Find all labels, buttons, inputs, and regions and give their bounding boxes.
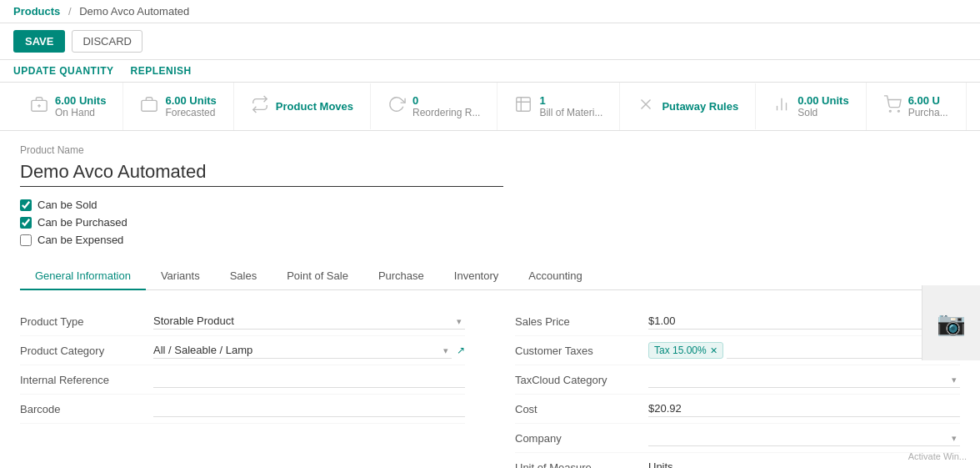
cost-label: Cost (515, 403, 648, 415)
purchased-value: 6.00 U (908, 94, 948, 107)
tax-badge-text: Tax 15.00% (654, 345, 707, 356)
breadcrumb-parent[interactable]: Products (13, 5, 60, 18)
company-select-wrapper (648, 430, 960, 446)
product-type-select-wrapper: Storable Product Consumable Service (153, 313, 465, 330)
company-row: Company (515, 424, 960, 453)
customer-taxes-row: Customer Taxes Tax 15.00% ✕ (515, 336, 960, 365)
stat-on-hand[interactable]: 6.00 Units On Hand (13, 83, 123, 130)
taxcloud-category-select[interactable] (648, 371, 960, 388)
taxcloud-category-row: TaxCloud Category (515, 365, 960, 395)
forecasted-icon (140, 95, 158, 118)
reordering-value: 0 (412, 94, 480, 107)
purchased-icon (883, 95, 902, 118)
can-be-sold-label: Can be Sold (38, 199, 98, 211)
breadcrumb-current: Demo Avco Automated (79, 5, 189, 18)
svg-point-9 (889, 110, 891, 112)
tab-sales[interactable]: Sales (215, 263, 272, 290)
tab-variants[interactable]: Variants (146, 263, 215, 290)
save-button[interactable]: SAVE (13, 30, 65, 53)
product-category-external-link[interactable]: ↗ (457, 345, 465, 356)
on-hand-icon (30, 95, 48, 118)
tab-general-information[interactable]: General Information (20, 263, 146, 290)
stat-bom[interactable]: 1 Bill of Materi... (498, 83, 620, 130)
tax-badge-remove[interactable]: ✕ (710, 345, 718, 356)
stats-bar: 6.00 Units On Hand 6.00 Units Forecasted… (0, 83, 980, 131)
sold-value: 0.00 Units (798, 94, 848, 107)
action-bar: SAVE DISCARD (0, 23, 980, 60)
can-be-sold-input[interactable] (20, 199, 32, 211)
sales-price-value[interactable] (648, 313, 960, 330)
product-flags: Can be Sold Can be Purchased Can be Expe… (20, 199, 960, 246)
cost-input[interactable] (648, 400, 960, 417)
taxcloud-category-label: TaxCloud Category (515, 374, 648, 386)
activate-windows-watermark: Activate Win... (908, 451, 967, 461)
can-be-expensed-input[interactable] (20, 234, 32, 246)
forecasted-value: 6.00 Units (165, 94, 216, 107)
discard-button[interactable]: DISCARD (72, 30, 142, 53)
unit-of-measure-label: Unit of Measure (515, 461, 648, 469)
company-label: Company (515, 432, 648, 445)
sold-icon (772, 95, 791, 118)
main-content: Product Name Can be Sold Can be Purchase… (0, 131, 980, 468)
stat-reordering[interactable]: 0 Reordering R... (371, 83, 498, 130)
update-quantity-button[interactable]: UPDATE QUANTITY (13, 65, 114, 77)
forecasted-label: Forecasted (165, 107, 216, 118)
barcode-input[interactable] (153, 400, 465, 417)
stat-sold[interactable]: 0.00 Units Sold (756, 83, 866, 130)
taxcloud-category-select-wrapper (648, 371, 960, 388)
barcode-label: Barcode (20, 403, 153, 415)
bom-value: 1 (539, 94, 602, 107)
product-name-input[interactable] (20, 159, 503, 187)
right-fields: Sales Price Customer Taxes Tax 15.00% ✕ (515, 307, 960, 468)
sales-price-row: Sales Price (515, 307, 960, 336)
secondary-action-bar: UPDATE QUANTITY REPLENISH (0, 60, 980, 83)
product-moves-value: Product Moves (276, 100, 353, 113)
bom-label: Bill of Materi... (539, 107, 602, 118)
putaway-value: Putaway Rules (662, 100, 738, 113)
product-type-label: Product Type (20, 315, 153, 328)
on-hand-label: On Hand (55, 107, 106, 118)
product-image[interactable]: 📷 (922, 285, 980, 360)
svg-point-10 (898, 110, 899, 112)
stat-product-moves[interactable]: Product Moves (234, 83, 371, 129)
stat-putaway[interactable]: Putaway Rules (620, 83, 756, 129)
product-category-row: Product Category All / Saleable / Lamp ↗ (20, 336, 465, 365)
tab-point-of-sale[interactable]: Point of Sale (272, 263, 363, 290)
can-be-expensed-label: Can be Expensed (38, 234, 123, 246)
can-be-sold-checkbox[interactable]: Can be Sold (20, 199, 960, 211)
left-fields: Product Type Storable Product Consumable… (20, 307, 465, 468)
form-grid: Product Type Storable Product Consumable… (20, 307, 960, 468)
stat-purchased[interactable]: 6.00 U Purcha... (867, 83, 967, 130)
putaway-icon (637, 95, 655, 118)
product-type-row: Product Type Storable Product Consumable… (20, 307, 465, 336)
tab-purchase[interactable]: Purchase (363, 263, 439, 290)
tab-accounting[interactable]: Accounting (513, 263, 597, 290)
internal-reference-row: Internal Reference (20, 365, 465, 395)
can-be-purchased-checkbox[interactable]: Can be Purchased (20, 216, 960, 229)
product-moves-icon (251, 95, 269, 118)
tab-inventory[interactable]: Inventory (439, 263, 513, 290)
internal-reference-input[interactable] (153, 371, 465, 388)
can-be-purchased-input[interactable] (20, 217, 32, 229)
product-category-select[interactable]: All / Saleable / Lamp (153, 342, 452, 359)
tax-badge: Tax 15.00% ✕ (648, 342, 723, 359)
can-be-expensed-checkbox[interactable]: Can be Expensed (20, 234, 960, 246)
svg-rect-3 (142, 100, 157, 111)
company-select[interactable] (648, 430, 960, 446)
unit-of-measure-row: Unit of Measure (515, 453, 960, 468)
product-name-label: Product Name (20, 144, 960, 156)
product-category-label: Product Category (20, 345, 153, 357)
can-be-purchased-label: Can be Purchased (38, 216, 128, 229)
product-type-select[interactable]: Storable Product Consumable Service (153, 313, 465, 330)
replenish-button[interactable]: REPLENISH (131, 65, 192, 77)
form-area: Product Name Can be Sold Can be Purchase… (0, 131, 980, 468)
reordering-icon (388, 95, 406, 118)
bom-icon (514, 95, 532, 118)
reordering-label: Reordering R... (412, 107, 480, 118)
cost-value (648, 400, 960, 417)
sales-price-input[interactable] (648, 313, 960, 330)
on-hand-value: 6.00 Units (55, 94, 106, 107)
sold-label: Sold (798, 107, 848, 118)
customer-taxes-field: Tax 15.00% ✕ (648, 342, 960, 359)
stat-forecasted[interactable]: 6.00 Units Forecasted (123, 83, 233, 130)
